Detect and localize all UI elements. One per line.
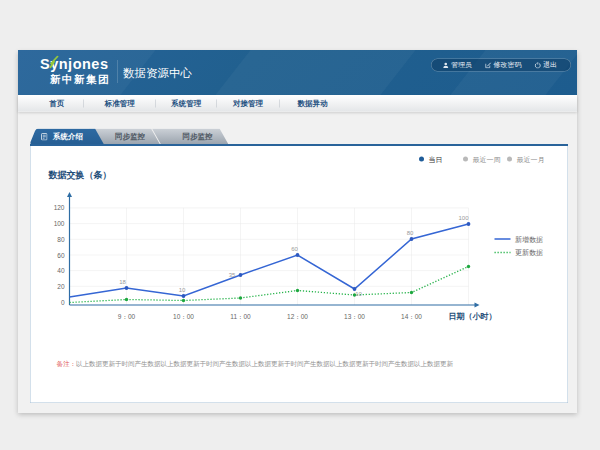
svg-text:13：00: 13：00 [344,313,365,320]
svg-text:60: 60 [291,246,298,252]
svg-text:20: 20 [57,283,65,290]
svg-text:10：00: 10：00 [173,313,194,320]
svg-text:80: 80 [407,230,414,236]
svg-text:更新数据: 更新数据 [515,248,543,257]
svg-text:120: 120 [54,204,65,211]
svg-text:100: 100 [54,220,65,227]
svg-text:最近一月: 最近一月 [517,156,545,164]
svg-text:10: 10 [355,291,362,297]
svg-text:80: 80 [57,236,65,243]
svg-text:12：00: 12：00 [287,313,308,320]
svg-text:40: 40 [57,267,65,274]
svg-text:35: 35 [229,272,236,278]
svg-text:100: 100 [458,215,469,221]
svg-text:0: 0 [61,299,65,306]
svg-text:9：00: 9：00 [118,313,136,320]
svg-text:10: 10 [179,287,186,293]
svg-text:11：00: 11：00 [230,313,251,320]
svg-text:当日: 当日 [429,156,443,164]
svg-text:14：00: 14：00 [401,313,422,320]
svg-text:最近一周: 最近一周 [473,156,501,163]
svg-text:数据交换（条）: 数据交换（条） [48,170,112,180]
svg-text:备注：以上数据更新于时间产生数据以上数据更新于时间产生数据以: 备注：以上数据更新于时间产生数据以上数据更新于时间产生数据以上数据更新于时间产生… [57,360,454,368]
svg-text:日期（小时）: 日期（小时） [449,312,497,321]
svg-text:新增数据: 新增数据 [515,235,543,244]
svg-text:18: 18 [119,279,126,285]
svg-text:60: 60 [57,252,65,259]
